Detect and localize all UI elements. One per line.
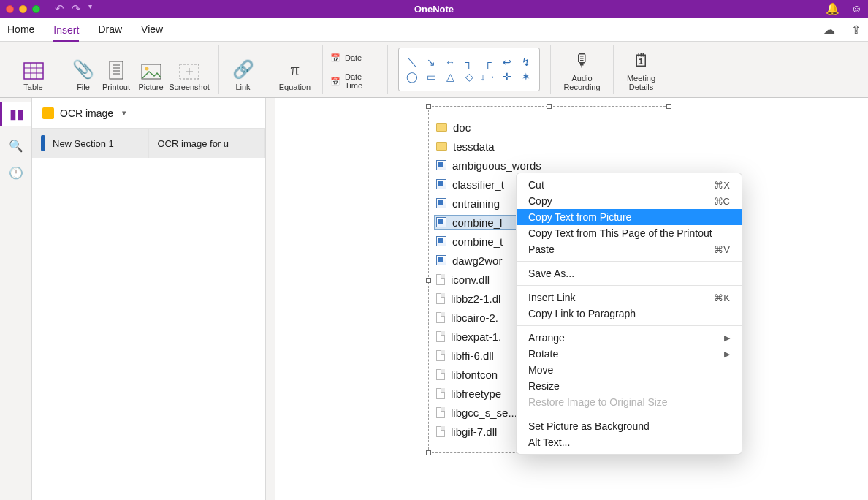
- file-name: libbz2-1.dl: [451, 292, 500, 305]
- file-name: cntraining: [452, 197, 500, 210]
- shape-triangle-icon[interactable]: △: [444, 71, 456, 83]
- ribbon-equation-label: Equation: [279, 83, 311, 91]
- context-menu-item[interactable]: Copy Text from Picture: [517, 209, 742, 225]
- dll-icon: [436, 388, 445, 399]
- shape-ellipse-icon[interactable]: ◯: [406, 71, 418, 83]
- context-menu-item[interactable]: Copy Text from This Page of the Printout: [517, 225, 742, 241]
- page-name: OCR image for u: [158, 138, 229, 149]
- context-menu-item[interactable]: Rotate▶: [517, 346, 742, 362]
- shape-double-arrow-icon[interactable]: ↔: [444, 56, 456, 68]
- file-name: doc: [453, 121, 471, 134]
- ribbon-link-label: Link: [235, 83, 250, 91]
- rail-search-button[interactable]: 🔍: [9, 139, 23, 153]
- shapes-gallery[interactable]: ＼ ↘ ↔ ┐ ┌ ↩ ↯ ◯ ▭ △ ◇ ↓→ ✛ ✶: [398, 48, 540, 91]
- context-menu-item[interactable]: Copy⌘C: [517, 193, 742, 209]
- screenshot-icon: [179, 64, 199, 80]
- resize-handle-nw[interactable]: [426, 104, 431, 109]
- ribbon-meeting-button[interactable]: 🗓 Meeting Details: [621, 50, 661, 91]
- cloud-sync-icon[interactable]: ☁: [823, 23, 835, 37]
- ribbon-screenshot-button[interactable]: Screenshot: [167, 64, 211, 91]
- shape-diamond-icon[interactable]: ◇: [463, 71, 475, 83]
- menu-draw[interactable]: Draw: [98, 23, 122, 35]
- context-menu-shortcut: ⌘K: [714, 292, 730, 303]
- context-menu-label: Copy Text from This Page of the Printout: [528, 227, 712, 239]
- bell-icon[interactable]: 🔔: [826, 2, 840, 15]
- section-tab[interactable]: New Section 1: [32, 129, 149, 158]
- ribbon-printout-button[interactable]: Printout: [98, 61, 134, 91]
- shape-cross-icon[interactable]: ✛: [501, 71, 513, 83]
- close-window-button[interactable]: [6, 5, 14, 13]
- context-menu-item[interactable]: Set Picture as Background: [517, 418, 742, 434]
- share-icon[interactable]: ⇪: [851, 23, 861, 37]
- shape-line-icon[interactable]: ＼: [406, 56, 418, 68]
- menu-view[interactable]: View: [141, 23, 163, 35]
- ribbon-equation-button[interactable]: π Equation: [275, 60, 315, 91]
- context-menu-label: Paste: [528, 243, 555, 255]
- title-dropdown-icon[interactable]: ▾: [88, 2, 92, 15]
- smile-icon[interactable]: ☺: [851, 2, 862, 15]
- context-menu: Cut⌘XCopy⌘CCopy Text from PictureCopy Te…: [516, 173, 742, 455]
- shape-rect-icon[interactable]: ▭: [425, 71, 437, 83]
- ribbon-datetime-button[interactable]: 📅 Date Time: [330, 73, 380, 89]
- ribbon-link-button[interactable]: 🔗 Link: [226, 59, 259, 91]
- exe-icon: [436, 179, 446, 189]
- shape-elbow-icon[interactable]: ┐: [463, 56, 475, 68]
- resize-handle-sw[interactable]: [426, 450, 431, 455]
- shape-elbow2-icon[interactable]: ┌: [482, 56, 494, 68]
- shape-axis-icon[interactable]: ↓→: [482, 71, 494, 83]
- workspace: ▮▮ 🔍 🕘 OCR image ▾ New Section 1 OCR ima…: [0, 98, 868, 500]
- ribbon-file-button[interactable]: 📎 File: [69, 59, 98, 91]
- context-menu-item[interactable]: Alt Text...: [517, 434, 742, 450]
- ribbon-audio-label2: Recording: [563, 83, 600, 91]
- rail-notebooks-button[interactable]: ▮▮: [0, 102, 31, 126]
- ribbon-date-button[interactable]: 📅 Date: [330, 50, 380, 66]
- ribbon-audio-button[interactable]: 🎙 Audio Recording: [558, 50, 606, 91]
- context-menu-item[interactable]: Resize: [517, 378, 742, 394]
- file-name: iconv.dll: [451, 273, 490, 286]
- menu-insert[interactable]: Insert: [53, 24, 79, 42]
- ribbon-picture-button[interactable]: Picture: [134, 64, 167, 91]
- notebook-icon: [42, 107, 54, 119]
- rail-recent-button[interactable]: 🕘: [9, 166, 23, 180]
- file-name: libfontcon: [451, 368, 498, 381]
- file-name: tessdata: [453, 140, 495, 153]
- page-canvas[interactable]: doctessdataambiguous_wordsclassifier_tcn…: [266, 98, 868, 500]
- context-menu-item[interactable]: Cut⌘X: [517, 177, 742, 193]
- context-menu-item[interactable]: Arrange▶: [517, 330, 742, 346]
- notebook-selector[interactable]: OCR image ▾: [32, 98, 265, 129]
- maximize-window-button[interactable]: [32, 5, 40, 13]
- undo-icon[interactable]: ↶: [55, 2, 64, 15]
- shape-arrow-icon[interactable]: ↘: [425, 56, 437, 68]
- context-menu-label: Arrange: [528, 332, 565, 344]
- redo-icon[interactable]: ↷: [72, 2, 81, 15]
- app-title: OneNote: [414, 4, 454, 15]
- page-paper[interactable]: doctessdataambiguous_wordsclassifier_tcn…: [275, 98, 868, 500]
- printout-icon: [108, 61, 124, 80]
- dll-icon: [436, 369, 445, 380]
- context-menu-label: Move: [528, 364, 553, 376]
- resize-handle-ne[interactable]: [666, 104, 671, 109]
- context-menu-label: Restore Image to Original Size: [528, 396, 668, 408]
- shape-zigzag-icon[interactable]: ↯: [520, 56, 532, 68]
- ribbon-date-label: Date: [345, 53, 362, 62]
- shape-curve-icon[interactable]: ↩: [501, 56, 513, 68]
- context-menu-item[interactable]: Copy Link to Paragraph: [517, 306, 742, 322]
- minimize-window-button[interactable]: [19, 5, 27, 13]
- menu-home[interactable]: Home: [7, 23, 34, 35]
- context-menu-item[interactable]: Move: [517, 362, 742, 378]
- page-tab[interactable]: OCR image for u: [149, 129, 266, 158]
- ribbon-file-label: File: [77, 83, 90, 91]
- table-icon: [23, 62, 44, 80]
- context-menu-item[interactable]: Insert Link⌘K: [517, 289, 742, 306]
- resize-handle-w[interactable]: [426, 278, 431, 283]
- section-color-mark: [41, 135, 45, 151]
- shape-star-icon[interactable]: ✶: [520, 71, 532, 83]
- context-menu-label: Copy Link to Paragraph: [528, 308, 636, 319]
- picture-icon: [141, 64, 161, 80]
- exe-icon: [436, 255, 446, 265]
- dll-icon: [436, 407, 445, 418]
- resize-handle-n[interactable]: [547, 104, 552, 109]
- context-menu-item[interactable]: Save As...: [517, 265, 742, 281]
- ribbon-table-button[interactable]: Table: [13, 62, 53, 91]
- context-menu-item[interactable]: Paste⌘V: [517, 241, 742, 257]
